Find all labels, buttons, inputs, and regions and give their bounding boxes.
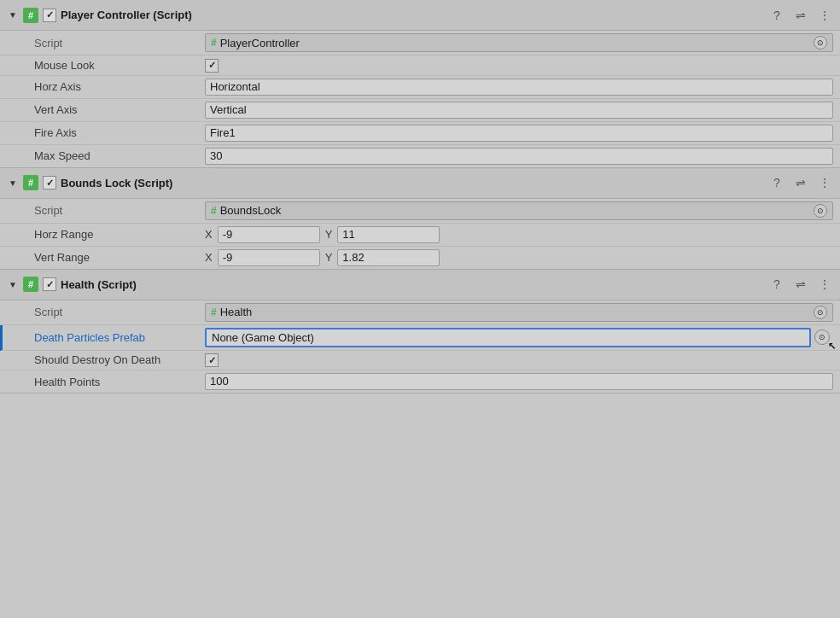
horz-range-label: Horz Range [34,228,205,241]
script-label: Script [34,37,205,50]
vert-range-y-input[interactable] [337,249,440,266]
vert-range-x-input[interactable] [218,249,320,266]
health-points-value: 100 [205,373,833,390]
horz-axis-row: Horz Axis Horizontal [0,76,840,99]
horz-axis-label: Horz Axis [34,80,205,93]
script-name-text: PlayerController [220,37,810,50]
component-title: Player Controller (Script) [61,9,192,21]
vert-axis-row: Vert Axis Vertical [0,99,840,122]
vert-range-label: Vert Range [34,251,205,264]
horz-range-x-input[interactable] [218,226,320,243]
script-field[interactable]: # PlayerController ⊙ [205,33,833,52]
vert-range-value: X Y [205,249,833,266]
player-controller-component: ▼ # Player Controller (Script) ? ⇌ ⋮ Scr… [0,0,840,168]
player-controller-header: ▼ # Player Controller (Script) ? ⇌ ⋮ [0,0,840,31]
health-script-row: Script # Health ⊙ [0,300,840,325]
mouse-look-checkbox[interactable] [205,59,219,73]
bounds-lock-component: ▼ # Bounds Lock (Script) ? ⇌ ⋮ Script # … [0,168,840,270]
collapse-arrow-health[interactable]: ▼ [7,278,19,290]
hash-icon-bounds: # [211,205,217,217]
more-options-icon-health[interactable]: ⋮ [816,276,833,293]
horz-range-value: X Y [205,226,833,243]
max-speed-value: 30 [205,148,833,165]
horz-range-y-input[interactable] [337,226,440,243]
bounds-script-label: Script [34,204,205,217]
help-icon-health[interactable]: ? [768,276,785,293]
mouse-look-row: Mouse Look [0,55,840,76]
death-particles-value: None (Game Object) ↖ ⊙ [205,328,833,347]
mouse-look-value [205,58,833,73]
script-hash-icon-bounds: # [23,175,38,190]
health-points-input[interactable]: 100 [205,373,833,390]
max-speed-input[interactable]: 30 [205,148,833,165]
health-points-label: Health Points [34,376,205,388]
should-destroy-label: Should Destroy On Death [34,353,205,366]
collapse-arrow[interactable]: ▼ [7,9,19,21]
horz-x-label: X [205,228,213,241]
death-particles-field[interactable]: None (Game Object) ↖ [205,328,811,347]
bounds-script-row: Script # BoundsLock ⊙ [0,199,840,224]
vert-axis-value: Vertical [205,102,833,119]
collapse-arrow-bounds[interactable]: ▼ [7,177,19,189]
script-hash-icon: # [23,8,38,23]
health-title: Health (Script) [61,278,137,291]
bounds-script-name: BoundsLock [220,204,810,217]
select-death-particles-btn[interactable]: ⊙ [814,329,830,345]
component-enabled-checkbox-bounds[interactable] [43,176,56,189]
bounds-lock-title: Bounds Lock (Script) [61,177,172,189]
should-destroy-checkbox[interactable] [205,353,219,367]
health-points-row: Health Points 100 [0,370,840,393]
fire-axis-value: Fire1 [205,125,833,142]
horz-range-row: Horz Range X Y [0,224,840,247]
death-particles-label: Death Particles Prefab [34,331,205,344]
bounds-script-value: # BoundsLock ⊙ [205,201,833,220]
should-destroy-row: Should Destroy On Death [0,351,840,371]
health-component: ▼ # Health (Script) ? ⇌ ⋮ Script # Healt… [0,270,840,394]
vert-axis-label: Vert Axis [34,103,205,116]
fire-axis-row: Fire Axis Fire1 [0,122,840,145]
health-script-field[interactable]: # Health ⊙ [205,303,833,322]
help-icon-bounds[interactable]: ? [768,174,785,191]
horz-y-label: Y [325,228,333,241]
select-health-script-btn[interactable]: ⊙ [814,306,827,319]
death-particles-row: Death Particles Prefab None (Game Object… [0,325,840,351]
none-game-object-text: None (Game Object) [212,331,804,344]
should-destroy-value [205,353,833,368]
sliders-icon[interactable]: ⇌ [792,7,809,24]
player-controller-body: Script # PlayerController ⊙ Mouse Look H… [0,31,840,167]
more-options-icon[interactable]: ⋮ [816,7,833,24]
fire-axis-label: Fire Axis [34,126,205,139]
max-speed-row: Max Speed 30 [0,145,840,167]
health-header: ▼ # Health (Script) ? ⇌ ⋮ [0,270,840,300]
max-speed-label: Max Speed [34,149,205,162]
health-body: Script # Health ⊙ Death Particles Prefab… [0,300,840,394]
horz-axis-value: Horizontal [205,79,833,96]
fire-axis-input[interactable]: Fire1 [205,125,833,142]
sliders-icon-bounds[interactable]: ⇌ [792,174,809,191]
health-script-name: Health [220,306,810,318]
select-bounds-script-btn[interactable]: ⊙ [814,204,827,218]
health-script-value: # Health ⊙ [205,303,833,322]
horz-axis-input[interactable]: Horizontal [205,79,833,96]
help-icon[interactable]: ? [768,7,785,24]
bounds-lock-header: ▼ # Bounds Lock (Script) ? ⇌ ⋮ [0,168,840,199]
vert-range-row: Vert Range X Y [0,247,840,269]
mouse-look-label: Mouse Look [34,59,205,72]
vert-x-label: X [205,251,213,264]
sliders-icon-health[interactable]: ⇌ [792,276,809,293]
bounds-lock-body: Script # BoundsLock ⊙ Horz Range X Y [0,199,840,269]
script-value: # PlayerController ⊙ [205,33,833,52]
vert-axis-input[interactable]: Vertical [205,102,833,119]
vert-y-label: Y [325,251,333,264]
more-options-icon-bounds[interactable]: ⋮ [816,174,833,191]
hash-icon-health: # [211,306,217,318]
component-enabled-checkbox-health[interactable] [43,277,56,291]
health-script-label: Script [34,306,205,318]
script-hash-icon-health: # [23,277,38,292]
script-row: Script # PlayerController ⊙ [0,31,840,55]
component-enabled-checkbox[interactable] [43,9,56,22]
select-script-btn[interactable]: ⊙ [814,36,827,50]
bounds-script-field[interactable]: # BoundsLock ⊙ [205,201,833,220]
hash-icon: # [211,37,217,49]
